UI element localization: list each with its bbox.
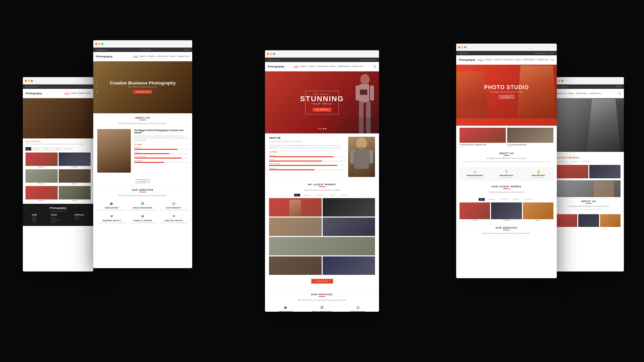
rc-tab-portrait[interactable]: PORTRAIT <box>523 198 534 201</box>
fl-link-creative[interactable]: Creative <box>32 218 37 220</box>
fr-works-tabs[interactable]: LIFESTYLE BRIDAL PORTRAIT <box>557 160 621 163</box>
fl-filter-tabs[interactable]: ALL FASHION LIFESTYLE BRIDAL PORTRAIT <box>25 147 91 150</box>
center-dot-2[interactable] <box>323 128 324 129</box>
fr-nav-contact[interactable]: CONTACT US ▾ <box>590 93 602 95</box>
lc-nav[interactable]: Photography HOME PAGES ▾ EVENTS ▾ PORTFO… <box>93 52 192 61</box>
rc-blog-meta-2[interactable]: Read More <box>507 146 553 147</box>
rc-lw-1[interactable]: LIFESTYLE <box>460 202 490 222</box>
lc-facebook-icon[interactable]: f <box>96 82 98 85</box>
lc-instagram-icon[interactable]: in <box>96 90 98 92</box>
rc-nav-pages[interactable]: PAGES ▾ <box>485 59 492 61</box>
rc-tab-all[interactable]: ALL <box>479 198 485 201</box>
rc-nav[interactable]: Photography HOME ▾ PAGES ▾ EVENTS ▾ PORT… <box>456 55 557 65</box>
center-nav-pages[interactable]: PAGES ▾ <box>300 65 307 68</box>
fr-tab-bridal[interactable]: BRIDAL <box>570 160 579 163</box>
rc-lw-2[interactable]: PORTRAIT <box>491 202 522 222</box>
far-left-nav[interactable]: Photography HOME PAGES EVENTS BLOG <box>23 89 93 98</box>
lc-minimize-dot[interactable] <box>98 43 100 45</box>
rc-blog-card-1[interactable]: The Value of keeping our lighting kit sm… <box>460 128 506 147</box>
center-close-dot[interactable] <box>267 53 269 55</box>
fr-search-icon[interactable]: 🔍 <box>618 92 621 95</box>
rc-nav-home[interactable]: HOME ▾ <box>478 59 484 61</box>
center-filter-portrait[interactable]: PORTRAIT <box>338 194 350 196</box>
fr-mini-img-2[interactable] <box>589 165 621 178</box>
rc-tab-bridal[interactable]: BRIDAL <box>512 198 521 201</box>
fl-work-3[interactable]: LIFESTYLE <box>25 169 58 185</box>
center-nav-portfolio[interactable]: PORTFOLIO ▾ <box>318 65 329 68</box>
lc-nav-contact[interactable]: CONTACT US ▾ <box>177 55 190 58</box>
fr-feat-img-2[interactable] <box>578 214 599 227</box>
fl-link-business[interactable]: Business <box>32 217 37 218</box>
fl-tab-fashion[interactable]: FASHION <box>32 147 42 150</box>
rc-blog-card-2[interactable]: Lorem ipsum photography tips Read More <box>507 128 553 147</box>
fl-nav-portfolio[interactable]: BLOG <box>86 92 91 95</box>
fr-mini-img-1[interactable] <box>557 165 588 178</box>
lc-close-dot[interactable] <box>95 43 97 45</box>
center-filter-fashion[interactable]: FASHION <box>302 194 312 196</box>
center-nav-blog[interactable]: BLOG ▾ <box>330 65 336 68</box>
fl-tab-portrait[interactable]: PORTRAIT <box>63 147 73 150</box>
fl-link-clients[interactable]: Clients <box>51 217 60 218</box>
rc-tab-fashion[interactable]: FASHION <box>486 198 497 201</box>
center-work-1[interactable] <box>269 198 322 217</box>
rc-nav-portfolio[interactable]: PORTFOLIO ▾ <box>503 59 515 61</box>
center-maximize-dot[interactable] <box>273 53 275 55</box>
fl-link-contact[interactable]: Contact <box>32 222 37 223</box>
rc-maximize-dot[interactable] <box>464 46 466 48</box>
center-work-3[interactable] <box>269 218 322 236</box>
fr-nav-portfolio[interactable]: PORTFOLIO ▾ <box>556 93 567 95</box>
fl-tab-bridal[interactable]: BRIDAL <box>54 147 62 150</box>
center-filter-all[interactable]: ALL <box>294 194 301 196</box>
center-hero-prev[interactable]: ‹ <box>265 99 268 106</box>
center-load-more-btn[interactable]: JOIN NOW <box>311 279 333 284</box>
center-work-5[interactable] <box>269 256 322 275</box>
minimize-dot[interactable] <box>28 80 30 82</box>
rc-lw-3[interactable]: FASHION <box>523 202 553 222</box>
lc-twitter-icon[interactable]: t <box>96 86 98 88</box>
center-nav-home[interactable]: HOME <box>293 65 299 68</box>
rc-works-tabs[interactable]: ALL FASHION LIFESTYLE BRIDAL PORTRAIT <box>456 198 557 201</box>
center-search-icon[interactable]: 🔍 <box>373 65 376 68</box>
fl-link-products[interactable]: Products <box>74 217 84 218</box>
lc-hero-button[interactable]: CONTACT US <box>133 90 152 94</box>
lc-view-details-btn[interactable]: VIEW DETAILS <box>136 179 150 183</box>
center-work-6[interactable] <box>323 256 375 275</box>
fr-maximize-dot[interactable] <box>561 80 564 82</box>
lc-nav-events[interactable]: EVENTS ▾ <box>148 55 156 58</box>
center-minimize-dot[interactable] <box>270 53 272 55</box>
rc-nav-shortcode[interactable]: SHORTCODE ▾ <box>523 59 535 61</box>
rc-close-dot[interactable] <box>458 46 460 48</box>
center-nav[interactable]: Photography HOME PAGES ▾ EVENTS ▾ PORTFO… <box>265 62 379 71</box>
center-filter-lifestyle[interactable]: LIFESTYLE <box>314 194 326 196</box>
lc-nav-home[interactable]: HOME <box>133 55 138 58</box>
rc-nav-events[interactable]: EVENTS ▾ <box>494 59 502 61</box>
fl-work-4[interactable]: BRIDAL <box>59 169 91 185</box>
fr-nav-shortcode[interactable]: SHORTCODE ▾ <box>576 93 588 95</box>
rc-studio-btn[interactable]: OUR WORKS » <box>499 95 514 99</box>
rc-nav-blog[interactable]: BLOG ▾ <box>516 59 522 61</box>
lc-nav-blog[interactable]: BLOG ▾ <box>170 55 176 58</box>
center-dot-1[interactable] <box>318 128 322 129</box>
fl-work-6[interactable]: BRIDAL <box>59 186 91 202</box>
fr-wide-img[interactable] <box>557 180 621 197</box>
fr-feat-img-3[interactable] <box>600 214 621 227</box>
center-nav-shortcode[interactable]: SHORTCODE ▾ <box>338 65 350 68</box>
lc-nav-portfolio[interactable]: PORTFOLIO ▾ <box>157 55 168 58</box>
fl-link-team[interactable]: Our Team <box>32 220 37 221</box>
fl-tab-lifestyle[interactable]: LIFESTYLE <box>43 147 53 150</box>
fl-work-2[interactable]: PORTRAIT <box>59 153 91 168</box>
center-hero-next[interactable]: › <box>376 99 379 106</box>
rc-blog-meta-1[interactable]: Read More <box>460 146 506 147</box>
fr-feat-img-1[interactable] <box>557 214 577 227</box>
fr-nav[interactable]: PORTFOLIO ▾ BLOG ▾ SHORTCODE ▾ CONTACT U… <box>553 89 624 98</box>
center-works-filter[interactable]: ALL FASHION LIFESTYLE BRIDAL PORTRAIT <box>269 194 375 196</box>
fl-link-instagram[interactable]: Instagram <box>74 218 84 220</box>
center-nav-events[interactable]: EVENTS ▾ <box>309 65 317 68</box>
fl-link-art-gallery[interactable]: Art Gallery <box>51 218 60 220</box>
lc-maximize-dot[interactable] <box>101 43 103 45</box>
center-dot-3[interactable] <box>325 128 326 129</box>
fl-link-portfolio[interactable]: Portfolio <box>51 222 60 223</box>
fr-nav-blog[interactable]: BLOG ▾ <box>569 93 575 95</box>
fl-nav-home[interactable]: HOME <box>64 92 69 95</box>
rc-minimize-dot[interactable] <box>461 46 463 48</box>
